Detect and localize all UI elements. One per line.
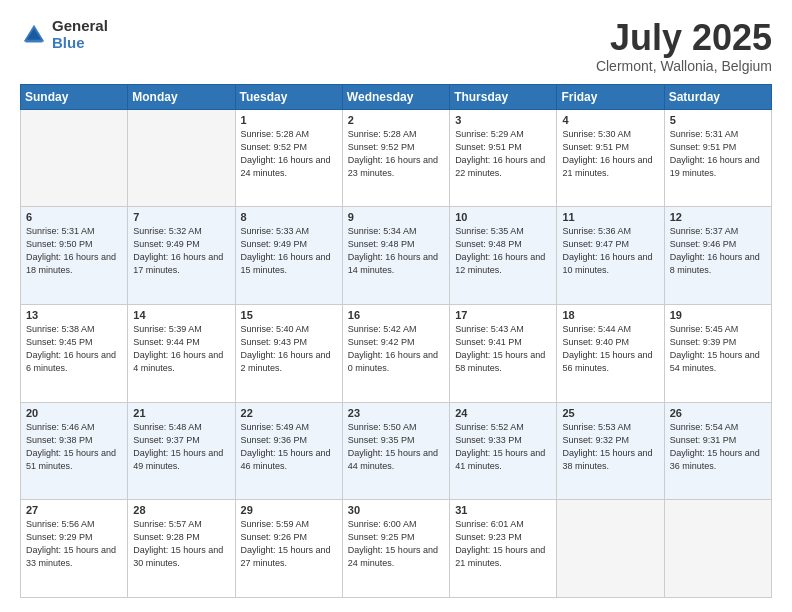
table-row: 12Sunrise: 5:37 AM Sunset: 9:46 PM Dayli… <box>664 207 771 305</box>
day-number: 29 <box>241 504 337 516</box>
day-number: 8 <box>241 211 337 223</box>
day-info: Sunrise: 5:43 AM Sunset: 9:41 PM Dayligh… <box>455 323 551 375</box>
table-row <box>21 109 128 207</box>
day-info: Sunrise: 5:56 AM Sunset: 9:29 PM Dayligh… <box>26 518 122 570</box>
day-info: Sunrise: 5:45 AM Sunset: 9:39 PM Dayligh… <box>670 323 766 375</box>
day-number: 16 <box>348 309 444 321</box>
col-friday: Friday <box>557 84 664 109</box>
table-row: 24Sunrise: 5:52 AM Sunset: 9:33 PM Dayli… <box>450 402 557 500</box>
day-number: 27 <box>26 504 122 516</box>
calendar-week-row: 1Sunrise: 5:28 AM Sunset: 9:52 PM Daylig… <box>21 109 772 207</box>
col-saturday: Saturday <box>664 84 771 109</box>
table-row: 23Sunrise: 5:50 AM Sunset: 9:35 PM Dayli… <box>342 402 449 500</box>
day-info: Sunrise: 6:01 AM Sunset: 9:23 PM Dayligh… <box>455 518 551 570</box>
day-info: Sunrise: 5:57 AM Sunset: 9:28 PM Dayligh… <box>133 518 229 570</box>
day-number: 4 <box>562 114 658 126</box>
day-info: Sunrise: 5:30 AM Sunset: 9:51 PM Dayligh… <box>562 128 658 180</box>
logo-general-text: General <box>52 18 108 35</box>
day-info: Sunrise: 5:28 AM Sunset: 9:52 PM Dayligh… <box>241 128 337 180</box>
day-number: 13 <box>26 309 122 321</box>
day-info: Sunrise: 5:29 AM Sunset: 9:51 PM Dayligh… <box>455 128 551 180</box>
col-monday: Monday <box>128 84 235 109</box>
calendar-week-row: 13Sunrise: 5:38 AM Sunset: 9:45 PM Dayli… <box>21 304 772 402</box>
day-number: 3 <box>455 114 551 126</box>
table-row: 10Sunrise: 5:35 AM Sunset: 9:48 PM Dayli… <box>450 207 557 305</box>
calendar-header-row: Sunday Monday Tuesday Wednesday Thursday… <box>21 84 772 109</box>
day-info: Sunrise: 5:40 AM Sunset: 9:43 PM Dayligh… <box>241 323 337 375</box>
day-info: Sunrise: 5:44 AM Sunset: 9:40 PM Dayligh… <box>562 323 658 375</box>
table-row: 2Sunrise: 5:28 AM Sunset: 9:52 PM Daylig… <box>342 109 449 207</box>
logo-icon <box>20 21 48 49</box>
table-row: 15Sunrise: 5:40 AM Sunset: 9:43 PM Dayli… <box>235 304 342 402</box>
table-row <box>664 500 771 598</box>
table-row: 28Sunrise: 5:57 AM Sunset: 9:28 PM Dayli… <box>128 500 235 598</box>
title-block: July 2025 Clermont, Wallonia, Belgium <box>596 18 772 74</box>
table-row: 25Sunrise: 5:53 AM Sunset: 9:32 PM Dayli… <box>557 402 664 500</box>
table-row: 20Sunrise: 5:46 AM Sunset: 9:38 PM Dayli… <box>21 402 128 500</box>
day-info: Sunrise: 5:49 AM Sunset: 9:36 PM Dayligh… <box>241 421 337 473</box>
table-row: 18Sunrise: 5:44 AM Sunset: 9:40 PM Dayli… <box>557 304 664 402</box>
table-row: 3Sunrise: 5:29 AM Sunset: 9:51 PM Daylig… <box>450 109 557 207</box>
day-number: 12 <box>670 211 766 223</box>
day-number: 18 <box>562 309 658 321</box>
day-info: Sunrise: 5:39 AM Sunset: 9:44 PM Dayligh… <box>133 323 229 375</box>
day-info: Sunrise: 5:52 AM Sunset: 9:33 PM Dayligh… <box>455 421 551 473</box>
location: Clermont, Wallonia, Belgium <box>596 58 772 74</box>
day-info: Sunrise: 5:59 AM Sunset: 9:26 PM Dayligh… <box>241 518 337 570</box>
table-row <box>128 109 235 207</box>
table-row: 16Sunrise: 5:42 AM Sunset: 9:42 PM Dayli… <box>342 304 449 402</box>
table-row: 21Sunrise: 5:48 AM Sunset: 9:37 PM Dayli… <box>128 402 235 500</box>
day-number: 31 <box>455 504 551 516</box>
col-sunday: Sunday <box>21 84 128 109</box>
day-number: 30 <box>348 504 444 516</box>
day-info: Sunrise: 5:32 AM Sunset: 9:49 PM Dayligh… <box>133 225 229 277</box>
col-tuesday: Tuesday <box>235 84 342 109</box>
day-info: Sunrise: 5:31 AM Sunset: 9:51 PM Dayligh… <box>670 128 766 180</box>
day-info: Sunrise: 5:48 AM Sunset: 9:37 PM Dayligh… <box>133 421 229 473</box>
day-number: 7 <box>133 211 229 223</box>
day-number: 22 <box>241 407 337 419</box>
day-info: Sunrise: 5:54 AM Sunset: 9:31 PM Dayligh… <box>670 421 766 473</box>
svg-rect-2 <box>26 39 43 42</box>
table-row: 11Sunrise: 5:36 AM Sunset: 9:47 PM Dayli… <box>557 207 664 305</box>
day-info: Sunrise: 5:35 AM Sunset: 9:48 PM Dayligh… <box>455 225 551 277</box>
table-row: 30Sunrise: 6:00 AM Sunset: 9:25 PM Dayli… <box>342 500 449 598</box>
day-info: Sunrise: 5:46 AM Sunset: 9:38 PM Dayligh… <box>26 421 122 473</box>
day-number: 6 <box>26 211 122 223</box>
day-number: 21 <box>133 407 229 419</box>
logo-text: General Blue <box>52 18 108 51</box>
day-number: 14 <box>133 309 229 321</box>
day-number: 11 <box>562 211 658 223</box>
header: General Blue July 2025 Clermont, Walloni… <box>20 18 772 74</box>
table-row: 9Sunrise: 5:34 AM Sunset: 9:48 PM Daylig… <box>342 207 449 305</box>
table-row: 1Sunrise: 5:28 AM Sunset: 9:52 PM Daylig… <box>235 109 342 207</box>
day-number: 25 <box>562 407 658 419</box>
table-row: 26Sunrise: 5:54 AM Sunset: 9:31 PM Dayli… <box>664 402 771 500</box>
day-info: Sunrise: 5:37 AM Sunset: 9:46 PM Dayligh… <box>670 225 766 277</box>
day-number: 28 <box>133 504 229 516</box>
day-number: 9 <box>348 211 444 223</box>
day-number: 19 <box>670 309 766 321</box>
col-thursday: Thursday <box>450 84 557 109</box>
day-info: Sunrise: 5:31 AM Sunset: 9:50 PM Dayligh… <box>26 225 122 277</box>
day-number: 24 <box>455 407 551 419</box>
calendar-table: Sunday Monday Tuesday Wednesday Thursday… <box>20 84 772 598</box>
day-info: Sunrise: 5:36 AM Sunset: 9:47 PM Dayligh… <box>562 225 658 277</box>
calendar-week-row: 20Sunrise: 5:46 AM Sunset: 9:38 PM Dayli… <box>21 402 772 500</box>
month-title: July 2025 <box>596 18 772 58</box>
table-row: 4Sunrise: 5:30 AM Sunset: 9:51 PM Daylig… <box>557 109 664 207</box>
table-row: 17Sunrise: 5:43 AM Sunset: 9:41 PM Dayli… <box>450 304 557 402</box>
calendar-week-row: 6Sunrise: 5:31 AM Sunset: 9:50 PM Daylig… <box>21 207 772 305</box>
table-row: 29Sunrise: 5:59 AM Sunset: 9:26 PM Dayli… <box>235 500 342 598</box>
page: General Blue July 2025 Clermont, Walloni… <box>0 0 792 612</box>
table-row: 5Sunrise: 5:31 AM Sunset: 9:51 PM Daylig… <box>664 109 771 207</box>
day-number: 26 <box>670 407 766 419</box>
day-info: Sunrise: 5:53 AM Sunset: 9:32 PM Dayligh… <box>562 421 658 473</box>
day-info: Sunrise: 5:42 AM Sunset: 9:42 PM Dayligh… <box>348 323 444 375</box>
col-wednesday: Wednesday <box>342 84 449 109</box>
day-info: Sunrise: 5:33 AM Sunset: 9:49 PM Dayligh… <box>241 225 337 277</box>
day-number: 2 <box>348 114 444 126</box>
day-info: Sunrise: 5:28 AM Sunset: 9:52 PM Dayligh… <box>348 128 444 180</box>
calendar-week-row: 27Sunrise: 5:56 AM Sunset: 9:29 PM Dayli… <box>21 500 772 598</box>
table-row: 8Sunrise: 5:33 AM Sunset: 9:49 PM Daylig… <box>235 207 342 305</box>
